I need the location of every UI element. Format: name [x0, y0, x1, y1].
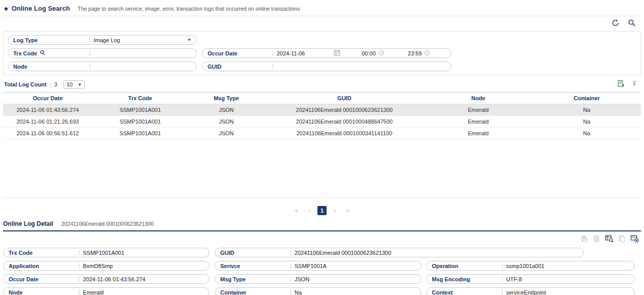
excel-download-icon [617, 80, 625, 89]
prev-page-button[interactable]: ‹ [305, 206, 314, 215]
detail-context-value: serviceEndpoint [506, 289, 546, 295]
guid-field[interactable]: GUID [202, 62, 451, 71]
clock-icon[interactable] [424, 50, 430, 57]
scroll-top-icon [631, 80, 638, 89]
detail-service-label: Serivce [220, 263, 240, 269]
form-row: Log Type Image Log ▼ [8, 35, 636, 45]
page-title: Online Log Search [12, 5, 70, 12]
col-msg-type[interactable]: Msg Type [188, 93, 265, 104]
log-type-field[interactable]: Log Type Image Log ▼ [8, 35, 197, 45]
detail-service-field[interactable]: Serivce SSMP1001A [215, 261, 421, 271]
table-cell: 2024-11-06 01:21:26.693 [3, 116, 93, 128]
page-number-button[interactable]: 1 [317, 206, 327, 215]
table-cell: Na [533, 128, 641, 139]
table-cell: JSON [188, 116, 265, 128]
log-type-value: Image Log [94, 37, 120, 43]
table-cell: JSON [188, 128, 265, 139]
table-cell: 2024-11-06 00:56:51.612 [3, 128, 93, 139]
page-description: The page to search service, image, error… [78, 6, 300, 12]
grid-add-icon [630, 234, 639, 244]
field-separator [290, 289, 291, 295]
save-icon [580, 235, 588, 244]
first-page-button[interactable]: « [292, 206, 301, 215]
detail-context-field[interactable]: Context serviceEndpoint [426, 287, 635, 295]
search-form-panel: Log Type Image Log ▼ Trx Code Occur Date [3, 31, 641, 75]
time-to: 23:59 [408, 50, 431, 57]
col-occur-date[interactable]: Occur Date [3, 93, 93, 104]
form-row: Trx Code SSMP1001A001 GUID 20241106Emera… [3, 248, 641, 257]
occur-date-field[interactable]: Occur Date 2024-11-06 00:00 23:59 [202, 48, 451, 58]
copy-button[interactable] [618, 235, 626, 244]
time-to-value: 23:59 [408, 50, 422, 56]
field-separator [502, 289, 503, 295]
detail-context-label: Context [432, 289, 453, 295]
col-trx-code[interactable]: Trx Code [93, 93, 188, 104]
field-separator [50, 82, 51, 87]
total-log-count-label: Total Log Count [4, 81, 47, 87]
scroll-top-button[interactable] [631, 80, 638, 89]
log-table: Occur Date Trx Code Msg Type GUID Node C… [3, 92, 641, 139]
grid-search-button[interactable] [605, 234, 613, 244]
field-separator [79, 250, 79, 255]
time-from: 00:00 [362, 50, 385, 57]
calendar-icon[interactable] [334, 49, 340, 57]
page-size-select[interactable]: 10 ▼ [64, 80, 85, 89]
table-header-row: Occur Date Trx Code Msg Type GUID Node C… [3, 93, 641, 104]
search-button[interactable] [628, 19, 636, 28]
form-row: Node GUID [8, 62, 636, 71]
log-type-label: Log Type [13, 37, 38, 43]
pagination: « ‹ 1 › » [3, 206, 641, 215]
form-row: Trx Code Occur Date 2024-11-06 00:00 [8, 48, 636, 58]
table-row[interactable]: 2024-11-06 01:21:26.693 SSMP1001A001 JSO… [3, 116, 641, 128]
refresh-button[interactable] [611, 19, 620, 28]
field-separator [79, 289, 79, 295]
detail-operation-field[interactable]: Operation ssmp1001a001 [426, 261, 635, 271]
chevron-down-icon[interactable]: ▼ [187, 38, 191, 42]
col-guid[interactable]: GUID [265, 93, 424, 104]
clock-icon[interactable] [378, 50, 385, 57]
form-row: Node Emerald Container Na Context servic… [3, 287, 641, 295]
document-icon [593, 235, 600, 244]
detail-toolbar [3, 231, 641, 247]
save-button[interactable] [580, 235, 588, 244]
document-button[interactable] [593, 235, 600, 244]
table-row[interactable]: 2024-11-06 01:43:56.274 SSMP1001A001 JSO… [3, 104, 641, 116]
detail-guid-field[interactable]: GUID 20241106Emerald 0001000623621300 [215, 248, 584, 257]
detail-trx-code-field[interactable]: Trx Code SSMP1001A001 [3, 248, 210, 257]
field-separator [290, 250, 291, 255]
field-separator [290, 276, 291, 282]
table-cell: JSON [188, 104, 265, 116]
detail-container-label: Container [220, 289, 246, 295]
table-row[interactable]: 2024-11-06 00:56:51.612 SSMP1001A001 JSO… [3, 128, 641, 139]
last-page-button[interactable]: » [343, 206, 352, 215]
field-separator [273, 64, 273, 69]
detail-title: Online Log Detail [3, 220, 53, 227]
col-node[interactable]: Node [424, 93, 533, 104]
field-separator [79, 263, 79, 269]
grid-add-button[interactable] [630, 234, 639, 244]
table-cell: SSMP1001A001 [93, 128, 188, 139]
log-table-wrap: Occur Date Trx Code Msg Type GUID Node C… [3, 92, 641, 198]
occur-date-label: Occur Date [208, 50, 238, 56]
trx-code-search-icon[interactable] [40, 50, 45, 56]
detail-application-field[interactable]: Application BxmDftSmp [3, 261, 210, 271]
detail-operation-label: Operation [432, 263, 458, 269]
table-cell: SSMP1001A001 [93, 116, 188, 128]
detail-node-field[interactable]: Node Emerald [3, 287, 210, 295]
node-field[interactable]: Node [8, 62, 197, 71]
refresh-icon [611, 19, 620, 28]
trx-code-field[interactable]: Trx Code [8, 48, 197, 58]
col-container[interactable]: Container [533, 93, 641, 104]
detail-msg-encoding-field[interactable]: Msg Encoding UTF-8 [426, 274, 635, 284]
field-separator [79, 276, 79, 282]
excel-download-button[interactable] [617, 80, 625, 89]
detail-container-field[interactable]: Container Na [215, 287, 421, 295]
detail-msg-encoding-label: Msg Encoding [432, 276, 470, 282]
table-cell: 20241106Emerald 0001000341141100 [265, 128, 424, 139]
page-size-value: 10 [67, 81, 73, 87]
detail-msg-type-field[interactable]: Msg Type JSON [215, 274, 421, 284]
next-page-button[interactable]: › [330, 206, 339, 215]
detail-guid: 20241106Emerald 0001000623621300 [62, 221, 154, 227]
table-cell: 20241106Emerald 0001000623621300 [265, 104, 424, 116]
detail-occur-date-field[interactable]: Occur Date 2024-11-06 01:43:56.274 [3, 274, 210, 284]
